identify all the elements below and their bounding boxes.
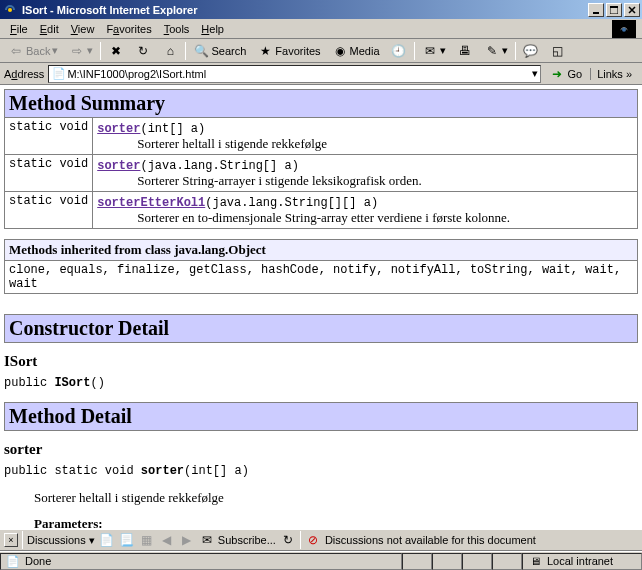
- address-input[interactable]: 📄 M:\INF1000\prog2\ISort.html ▾: [48, 65, 541, 83]
- related-icon: ◱: [550, 43, 566, 59]
- table-row: static void sorter(int[] a) Sorterer hel…: [5, 118, 638, 155]
- home-button[interactable]: ⌂: [158, 41, 182, 61]
- discussions-bar: × Discussions ▾ 📄 📃 ▦ ◀ ▶ ✉ Subscribe...…: [0, 529, 642, 551]
- star-icon: ★: [257, 43, 273, 59]
- dropdown-icon: ▾: [52, 44, 58, 57]
- inherited-methods-table: Methods inherited from class java.lang.O…: [4, 239, 638, 294]
- window-title: ISort - Microsoft Internet Explorer: [22, 4, 588, 16]
- menu-edit[interactable]: Edit: [34, 21, 65, 37]
- address-label: Address: [4, 68, 44, 80]
- close-button[interactable]: [624, 3, 640, 17]
- status-text: 📄 Done: [0, 553, 402, 570]
- zone-icon: 🖥: [527, 553, 543, 569]
- edit-icon: ✎: [484, 43, 500, 59]
- media-button[interactable]: ◉Media: [328, 41, 384, 61]
- discuss-icon: 💬: [523, 43, 539, 59]
- ie-logo-icon: [612, 20, 636, 38]
- edit-button[interactable]: ✎▾: [480, 41, 512, 61]
- maximize-button[interactable]: [606, 3, 622, 17]
- menu-tools[interactable]: Tools: [158, 21, 196, 37]
- inherited-methods: clone, equals, finalize, getClass, hashC…: [5, 261, 638, 294]
- go-icon: ➜: [549, 66, 565, 82]
- menu-help[interactable]: Help: [195, 21, 230, 37]
- ie-app-icon: [2, 2, 18, 18]
- method-link[interactable]: sorter: [97, 122, 140, 136]
- print-button[interactable]: 🖶: [453, 41, 477, 61]
- svg-point-0: [8, 8, 12, 12]
- media-icon: ◉: [332, 43, 348, 59]
- dropdown-icon[interactable]: ▾: [532, 67, 538, 80]
- parameters-label: Parameters:: [34, 516, 638, 529]
- inherited-title: Methods inherited from class java.lang.O…: [5, 240, 638, 261]
- refresh-button[interactable]: ↻: [131, 41, 155, 61]
- dropdown-icon: ▾: [87, 44, 93, 57]
- method-link[interactable]: sorterEtterKol1: [97, 196, 205, 210]
- svg-point-5: [622, 27, 626, 31]
- dropdown-icon: ▾: [440, 44, 446, 57]
- status-cell: [432, 553, 462, 570]
- content-area[interactable]: Method Summary static void sorter(int[] …: [0, 85, 642, 529]
- related-button[interactable]: ◱: [546, 41, 570, 61]
- table-row: static void sorterEtterKol1(java.lang.St…: [5, 192, 638, 229]
- links-button[interactable]: Links »: [590, 68, 638, 80]
- method-summary-title: Method Summary: [5, 90, 638, 118]
- minimize-button[interactable]: [588, 3, 604, 17]
- discussions-message: Discussions not available for this docum…: [325, 534, 536, 546]
- constructor-detail-header: Constructor Detail: [4, 314, 638, 343]
- nav-toolbar: ⇦ Back ▾ ⇨▾ ✖ ↻ ⌂ 🔍Search ★Favorites ◉Me…: [0, 39, 642, 63]
- menu-favorites[interactable]: Favorites: [100, 21, 157, 37]
- history-icon: 🕘: [391, 43, 407, 59]
- favorites-button[interactable]: ★Favorites: [253, 41, 324, 61]
- page-icon: 📄: [5, 553, 21, 569]
- menu-view[interactable]: View: [65, 21, 101, 37]
- discuss-button[interactable]: 💬: [519, 41, 543, 61]
- constructor-signature: public ISort(): [4, 376, 638, 390]
- security-zone: 🖥 Local intranet: [522, 553, 642, 570]
- status-cell: [402, 553, 432, 570]
- discussions-close-button[interactable]: ×: [4, 533, 18, 547]
- method-detail-signature: public static void sorter(int[] a): [4, 464, 638, 478]
- stop-button[interactable]: ✖: [104, 41, 128, 61]
- status-cell: [462, 553, 492, 570]
- svg-rect-1: [593, 12, 599, 14]
- discuss-next-icon[interactable]: ▶: [179, 532, 195, 548]
- address-bar: Address 📄 M:\INF1000\prog2\ISort.html ▾ …: [0, 63, 642, 85]
- discuss-prev-icon[interactable]: ◀: [159, 532, 175, 548]
- status-cell: [492, 553, 522, 570]
- discuss-new-icon[interactable]: 📄: [99, 532, 115, 548]
- refresh-icon: ↻: [135, 43, 151, 59]
- method-link[interactable]: sorter: [97, 159, 140, 173]
- search-button[interactable]: 🔍Search: [189, 41, 250, 61]
- forward-button: ⇨▾: [65, 41, 97, 61]
- back-icon: ⇦: [8, 43, 24, 59]
- forward-icon: ⇨: [69, 43, 85, 59]
- stop-icon: ✖: [108, 43, 124, 59]
- subscribe-button[interactable]: ✉ Subscribe...: [199, 532, 276, 548]
- subscribe-icon: ✉: [199, 532, 215, 548]
- method-detail-name: sorter: [4, 441, 638, 458]
- refresh-discuss-icon[interactable]: ↻: [280, 532, 296, 548]
- history-button[interactable]: 🕘: [387, 41, 411, 61]
- table-row: static void sorter(java.lang.String[] a)…: [5, 155, 638, 192]
- constructor-name: ISort: [4, 353, 638, 370]
- method-detail-desc: Sorterer heltall i stigende rekkefølge: [34, 490, 638, 506]
- discuss-expand-icon[interactable]: ▦: [139, 532, 155, 548]
- menu-file[interactable]: File: [4, 21, 34, 37]
- title-bar: ISort - Microsoft Internet Explorer: [0, 0, 642, 19]
- method-summary-table: Method Summary static void sorter(int[] …: [4, 89, 638, 229]
- method-detail-header: Method Detail: [4, 402, 638, 431]
- home-icon: ⌂: [162, 43, 178, 59]
- chevron-right-icon: »: [626, 68, 632, 80]
- back-button: ⇦ Back ▾: [4, 41, 62, 61]
- no-discuss-icon: ⊘: [305, 532, 321, 548]
- dropdown-icon: ▾: [502, 44, 508, 57]
- discuss-reply-icon[interactable]: 📃: [119, 532, 135, 548]
- search-icon: 🔍: [193, 43, 209, 59]
- mail-icon: ✉: [422, 43, 438, 59]
- page-icon: 📄: [51, 66, 67, 82]
- mail-button[interactable]: ✉▾: [418, 41, 450, 61]
- menu-bar: File Edit View Favorites Tools Help: [0, 19, 642, 39]
- go-button[interactable]: ➜ Go: [545, 66, 586, 82]
- svg-rect-3: [610, 6, 618, 8]
- discussions-label[interactable]: Discussions ▾: [27, 534, 95, 547]
